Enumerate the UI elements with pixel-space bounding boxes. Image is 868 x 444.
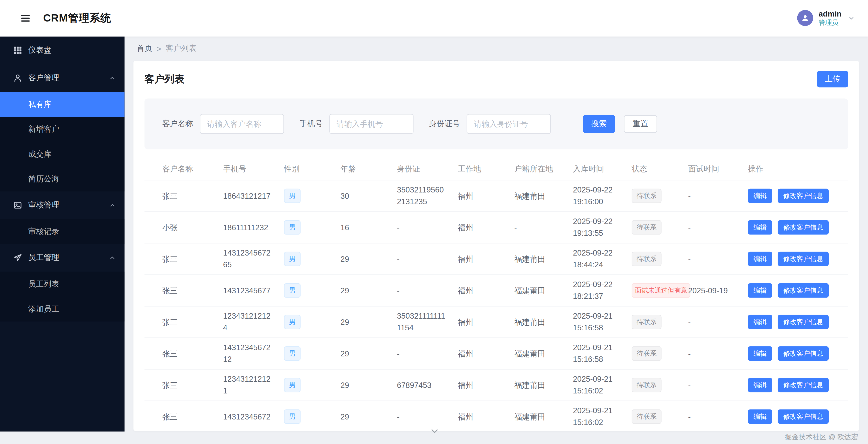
sidebar-subitem-staff-list[interactable]: 员工列表 bbox=[0, 272, 124, 296]
modify-customer-button[interactable]: 修改客户信息 bbox=[778, 252, 829, 266]
sidebar-submenu-staff-mgmt: 员工列表添加员工 bbox=[0, 272, 124, 321]
cell-customer-name: 张三 bbox=[162, 181, 223, 212]
chevron-up-icon bbox=[109, 202, 116, 209]
modify-customer-button[interactable]: 修改客户信息 bbox=[778, 409, 829, 424]
page-title: 客户列表 bbox=[145, 72, 184, 86]
sidebar-subitem-deal-pool[interactable]: 成交库 bbox=[0, 142, 124, 166]
cell-actions: 编辑修改客户信息 bbox=[748, 338, 848, 369]
edit-button[interactable]: 编辑 bbox=[748, 409, 772, 424]
cell-age: 29 bbox=[340, 244, 397, 275]
app-root: CRM管理系统 admin 管理员 仪表盘客户管理私有库新增客户成交库简历公海审… bbox=[0, 0, 868, 444]
cell-work-city: 福州 bbox=[458, 401, 514, 431]
modify-customer-button[interactable]: 修改客户信息 bbox=[778, 283, 829, 297]
dashboard-icon bbox=[13, 46, 22, 55]
column-header: 状态 bbox=[631, 158, 688, 180]
sidebar-subitem-add-customer[interactable]: 新增客户 bbox=[0, 117, 124, 141]
search-button[interactable]: 搜索 bbox=[583, 115, 615, 133]
column-header: 客户名称 bbox=[162, 158, 223, 180]
cell-work-city: 福州 bbox=[458, 307, 514, 338]
phone-input[interactable] bbox=[329, 114, 413, 134]
cell-interview-time: - bbox=[688, 212, 748, 243]
breadcrumb-item[interactable]: 首页 bbox=[137, 44, 152, 54]
chevron-down-icon bbox=[848, 15, 855, 22]
cell-status: 待联系 bbox=[631, 181, 688, 212]
modify-customer-button[interactable]: 修改客户信息 bbox=[778, 220, 829, 234]
table-row: 张三18643121217男30350321195602131235福州福建莆田… bbox=[145, 181, 848, 212]
modify-customer-button[interactable]: 修改客户信息 bbox=[778, 346, 829, 361]
cell-customer-name: 张三 bbox=[162, 275, 223, 306]
modify-customer-button[interactable]: 修改客户信息 bbox=[778, 378, 829, 392]
cell-age: 16 bbox=[340, 212, 397, 243]
cell-gender: 男 bbox=[284, 307, 340, 338]
sidebar-subitem-audit-records[interactable]: 审核记录 bbox=[0, 219, 124, 244]
edit-button[interactable]: 编辑 bbox=[748, 220, 772, 234]
cell-interview-time: - bbox=[688, 370, 748, 401]
app-header: CRM管理系统 admin 管理员 bbox=[0, 0, 868, 36]
customer-name-input[interactable] bbox=[200, 114, 284, 134]
modify-customer-button[interactable]: 修改客户信息 bbox=[778, 189, 829, 203]
gender-tag: 男 bbox=[284, 189, 301, 203]
edit-button[interactable]: 编辑 bbox=[748, 378, 772, 392]
sidebar-subitem-private-pool[interactable]: 私有库 bbox=[0, 92, 124, 117]
cell-phone: 123431212121 bbox=[223, 370, 284, 401]
edit-button[interactable]: 编辑 bbox=[748, 315, 772, 329]
status-tag: 待联系 bbox=[631, 409, 661, 424]
cell-actions: 编辑修改客户信息 bbox=[748, 401, 848, 431]
gender-tag: 男 bbox=[284, 346, 301, 361]
edit-button[interactable]: 编辑 bbox=[748, 283, 772, 297]
cell-created-at: 2025-09-22 19:13:55 bbox=[573, 212, 631, 243]
menu-toggle-icon[interactable] bbox=[20, 13, 31, 24]
cell-status: 面试未通过但有意 bbox=[631, 275, 688, 306]
cell-household: - bbox=[515, 212, 573, 243]
cell-actions: 编辑修改客户信息 bbox=[748, 370, 848, 401]
cell-status: 待联系 bbox=[631, 338, 688, 369]
sidebar-item-staff-mgmt[interactable]: 员工管理 bbox=[0, 244, 124, 272]
cell-created-at: 2025-09-21 15:16:02 bbox=[573, 401, 631, 431]
load-more-indicator[interactable] bbox=[428, 426, 442, 436]
sidebar-subitem-add-staff[interactable]: 添加员工 bbox=[0, 296, 124, 321]
phone-label: 手机号 bbox=[300, 119, 323, 129]
column-header: 户籍所在地 bbox=[515, 158, 573, 180]
edit-button[interactable]: 编辑 bbox=[748, 346, 772, 361]
user-avatar-icon bbox=[800, 13, 810, 23]
chevron-up-icon bbox=[109, 255, 116, 261]
watermark: 掘金技术社区 @ 欧达宏 bbox=[785, 433, 858, 442]
sidebar-item-audit-mgmt[interactable]: 审核管理 bbox=[0, 191, 124, 219]
cell-interview-time: - bbox=[688, 244, 748, 275]
cell-gender: 男 bbox=[284, 181, 340, 212]
modify-customer-button[interactable]: 修改客户信息 bbox=[778, 315, 829, 329]
gender-tag: 男 bbox=[284, 409, 301, 424]
sidebar-item-label: 客户管理 bbox=[28, 73, 109, 83]
breadcrumb-item: 客户列表 bbox=[165, 44, 196, 54]
customer-icon bbox=[13, 73, 22, 82]
sidebar-subitem-resume-pool[interactable]: 简历公海 bbox=[0, 166, 124, 191]
sidebar-item-customer-mgmt[interactable]: 客户管理 bbox=[0, 64, 124, 92]
sidebar-item-dashboard[interactable]: 仪表盘 bbox=[0, 36, 124, 64]
column-header: 面试时间 bbox=[688, 158, 748, 180]
cell-created-at: 2025-09-21 15:16:02 bbox=[573, 370, 631, 401]
cell-interview-time: - bbox=[688, 338, 748, 369]
table-row: 小张18611111232男16-福州-2025-09-22 19:13:55待… bbox=[145, 212, 848, 244]
cell-id-card: - bbox=[397, 244, 458, 275]
edit-button[interactable]: 编辑 bbox=[748, 189, 772, 203]
cell-phone: 14312345672 bbox=[223, 401, 284, 431]
table-row: 张三14312345677男29-福州福建莆田2025-09-22 18:21:… bbox=[145, 275, 848, 307]
customer-name-label: 客户名称 bbox=[162, 119, 193, 129]
cell-id-card: 350321195602131235 bbox=[397, 181, 458, 212]
id-number-input[interactable] bbox=[467, 114, 551, 134]
status-tag: 待联系 bbox=[631, 189, 661, 203]
reset-button[interactable]: 重置 bbox=[624, 115, 657, 133]
staff-icon bbox=[13, 253, 22, 262]
user-menu[interactable]: admin 管理员 bbox=[797, 10, 855, 27]
cell-customer-name: 张三 bbox=[162, 401, 223, 431]
gender-tag: 男 bbox=[284, 220, 301, 234]
cell-customer-name: 小张 bbox=[162, 212, 223, 243]
user-meta: admin 管理员 bbox=[819, 10, 841, 27]
chevron-down-icon bbox=[430, 426, 439, 435]
main-content: 首页>客户列表 客户列表 上传 客户名称手机号身份证号 搜索 重置 客户名称手机… bbox=[124, 36, 868, 432]
table-header: 客户名称手机号性别年龄身份证工作地户籍所在地入库时间状态面试时间操作 bbox=[145, 158, 848, 180]
edit-button[interactable]: 编辑 bbox=[748, 252, 772, 266]
upload-button[interactable]: 上传 bbox=[817, 71, 848, 87]
customer-name-field-group: 客户名称 bbox=[162, 114, 284, 134]
column-header: 入库时间 bbox=[573, 158, 631, 180]
